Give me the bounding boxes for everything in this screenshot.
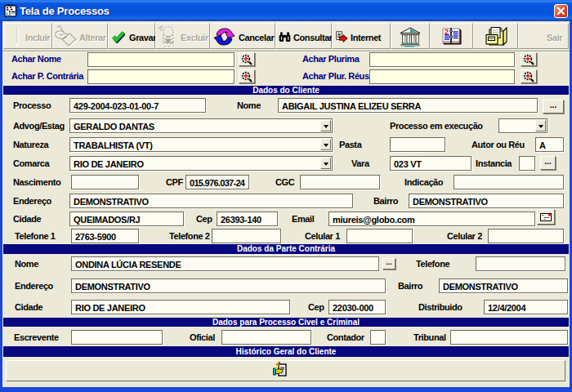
svg-text:2: 2 [445,28,449,36]
